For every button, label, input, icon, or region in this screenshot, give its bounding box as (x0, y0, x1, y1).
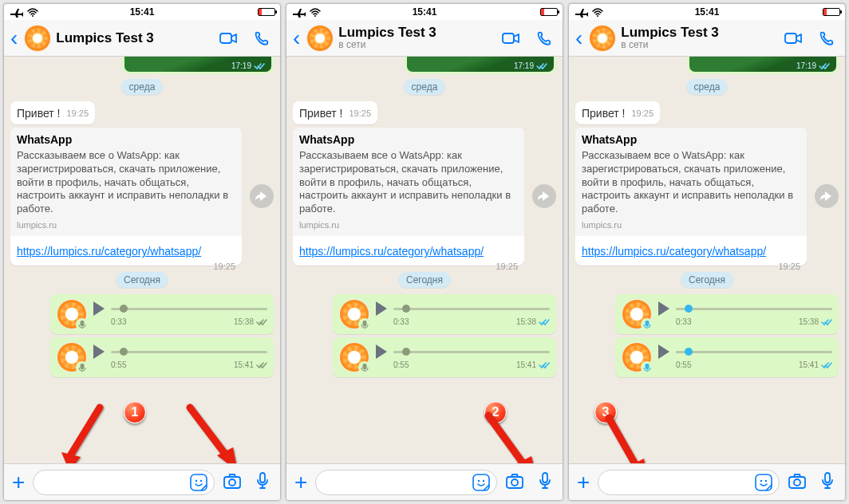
voice-call-button[interactable] (813, 30, 840, 46)
voice-time: 15:41 (234, 360, 254, 369)
message-input[interactable] (315, 470, 497, 495)
voice-record-button[interactable] (250, 471, 275, 493)
message-input[interactable] (33, 470, 215, 495)
chat-panel[interactable]: 17:19 среда Привет ! 19:25 WhatsApp Расс… (569, 57, 845, 463)
incoming-greeting[interactable]: Привет ! 19:25 (293, 101, 377, 124)
chat-panel[interactable]: 17:19 среда Привет ! 19:25 WhatsApp Расс… (286, 57, 563, 463)
contact-title[interactable]: Lumpics Test 3 в сети (621, 25, 775, 51)
date-chip-wednesday: среда (404, 79, 446, 95)
phone-panel-3: 15:41 ‹ Lumpics Test 3 в сети 17:19 сред… (568, 3, 846, 501)
sticker-icon[interactable] (190, 474, 207, 491)
link-preview-domain: lumpics.ru (299, 219, 518, 231)
sticker-icon[interactable] (755, 474, 772, 491)
chat-input-bar: + (569, 463, 845, 500)
chat-header: ‹ Lumpics Test 3 в сети (569, 20, 845, 57)
airplane-mode-icon (291, 6, 306, 18)
video-call-button[interactable] (780, 30, 808, 46)
back-button[interactable]: ‹ (291, 26, 302, 51)
contact-avatar[interactable] (589, 25, 616, 52)
forward-button[interactable] (532, 184, 556, 208)
link-time: 19:25 (496, 261, 518, 273)
message-input[interactable] (598, 470, 780, 495)
attach-button[interactable]: + (291, 470, 310, 495)
voice-seek-track[interactable] (393, 351, 550, 353)
attach-button[interactable]: + (574, 470, 593, 495)
sent-image-time: 17:19 (796, 61, 816, 70)
date-chip-today: Сегодня (681, 272, 733, 288)
back-button[interactable]: ‹ (574, 26, 584, 51)
sent-image-tail[interactable]: 17:19 (405, 57, 556, 74)
battery-icon (823, 8, 840, 16)
voice-call-button[interactable] (531, 30, 558, 46)
link-time: 19:25 (213, 261, 235, 273)
step-badge-3: 3 (594, 401, 617, 423)
camera-button[interactable] (784, 472, 810, 493)
back-button[interactable]: ‹ (9, 26, 19, 51)
attach-button[interactable]: + (9, 470, 28, 495)
voice-seek-track[interactable] (111, 351, 267, 353)
wifi-icon (309, 6, 322, 18)
chat-header: ‹ Lumpics Test 3 в сети (286, 20, 563, 57)
chat-input-bar: + (4, 463, 280, 500)
incoming-link-message[interactable]: WhatsApp Рассказываем все о WatsApp: как… (575, 128, 807, 266)
incoming-greeting[interactable]: Привет ! 19:25 (575, 101, 660, 124)
greeting-text: Привет ! (17, 107, 60, 120)
voice-message-1[interactable]: 0:33 15:38 (333, 294, 556, 334)
forward-button[interactable] (815, 184, 839, 208)
play-button[interactable] (376, 301, 387, 316)
play-button[interactable] (93, 345, 105, 359)
contact-title[interactable]: Lumpics Test 3 в сети (338, 25, 492, 51)
contact-avatar[interactable] (24, 25, 51, 52)
voice-duration: 0:33 (676, 317, 691, 326)
play-button[interactable] (93, 301, 105, 316)
play-button[interactable] (658, 301, 669, 316)
sent-image-tail[interactable]: 17:19 (687, 57, 839, 74)
annotation-arrow (482, 411, 546, 463)
step-badge-2: 2 (484, 401, 507, 423)
link-preview-description: Рассказываем все о WatsApp: как зарегист… (299, 149, 518, 216)
chat-header: ‹ Lumpics Test 3 (4, 20, 280, 57)
link-preview-domain: lumpics.ru (582, 219, 800, 231)
voice-record-button[interactable] (815, 471, 840, 493)
play-button[interactable] (658, 345, 669, 359)
voice-message-1[interactable]: 0:33 15:38 (50, 294, 274, 334)
forward-button[interactable] (250, 184, 274, 208)
chat-panel[interactable]: 17:19 среда Привет ! 19:25 WhatsApp Расс… (4, 57, 280, 463)
contact-title[interactable]: Lumpics Test 3 (56, 30, 210, 46)
link-url[interactable]: https://lumpics.ru/category/whatsapp/ (299, 239, 518, 259)
voice-seek-track[interactable] (111, 308, 267, 310)
read-ticks-icon (539, 318, 550, 326)
incoming-link-message[interactable]: WhatsApp Рассказываем все о WatsApp: как… (10, 128, 242, 266)
greeting-text: Привет ! (299, 107, 342, 120)
voice-message-2[interactable]: 0:55 15:41 (615, 337, 839, 377)
annotation-arrow (184, 408, 247, 463)
contact-avatar[interactable] (306, 25, 334, 52)
incoming-link-message[interactable]: WhatsApp Рассказываем все о WatsApp: как… (293, 128, 524, 266)
link-url[interactable]: https://lumpics.ru/category/whatsapp/ (17, 239, 235, 259)
camera-button[interactable] (502, 472, 527, 493)
link-preview-domain: lumpics.ru (17, 219, 235, 231)
link-url[interactable]: https://lumpics.ru/category/whatsapp/ (582, 239, 800, 259)
voice-message-2[interactable]: 0:55 15:41 (50, 337, 274, 377)
voice-seek-track[interactable] (393, 308, 550, 310)
link-preview-description: Рассказываем все о WatsApp: как зарегист… (17, 149, 235, 216)
video-call-button[interactable] (497, 30, 526, 46)
video-call-button[interactable] (215, 30, 243, 46)
sent-image-time: 17:19 (231, 61, 251, 70)
voice-call-button[interactable] (248, 30, 275, 46)
voice-message-2[interactable]: 0:55 15:41 (333, 337, 556, 377)
sticker-icon[interactable] (472, 474, 490, 491)
camera-button[interactable] (219, 472, 245, 493)
greeting-time: 19:25 (66, 108, 89, 120)
voice-seek-track[interactable] (676, 351, 832, 353)
play-button[interactable] (376, 345, 387, 359)
sent-image-tail[interactable]: 17:19 (122, 57, 274, 74)
voice-message-1[interactable]: 0:33 15:38 (615, 294, 839, 334)
greeting-text: Привет ! (582, 107, 625, 120)
status-time: 15:41 (413, 6, 437, 18)
contact-status: в сети (621, 40, 775, 51)
incoming-greeting[interactable]: Привет ! 19:25 (10, 101, 95, 124)
voice-time: 15:38 (234, 317, 254, 326)
voice-seek-track[interactable] (676, 308, 832, 310)
voice-record-button[interactable] (532, 471, 558, 493)
